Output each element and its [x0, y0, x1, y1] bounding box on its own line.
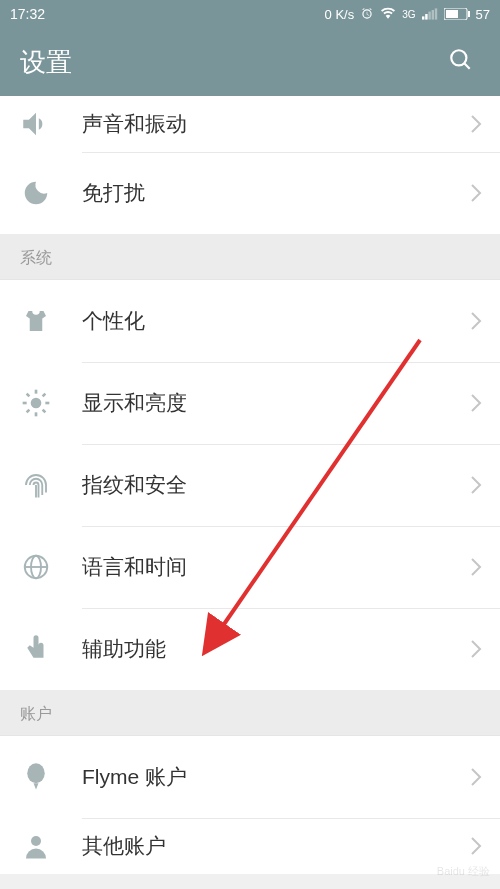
svg-rect-7: [468, 11, 470, 17]
item-sound[interactable]: 声音和振动: [0, 96, 500, 152]
status-network: 3G: [402, 9, 415, 20]
item-label: 语言和时间: [82, 553, 470, 581]
page-title: 设置: [20, 45, 442, 80]
chevron-right-icon: [470, 767, 482, 787]
svg-rect-6: [446, 10, 458, 18]
wifi-icon: [380, 7, 396, 21]
svg-point-22: [27, 763, 45, 783]
svg-point-8: [451, 50, 466, 65]
chevron-right-icon: [470, 557, 482, 577]
battery-icon: [444, 8, 470, 20]
status-battery: 57: [476, 7, 490, 22]
svg-rect-1: [425, 14, 427, 20]
chevron-right-icon: [470, 393, 482, 413]
item-label: 辅助功能: [82, 635, 470, 663]
status-time: 17:32: [10, 6, 325, 22]
item-personalize[interactable]: 个性化: [0, 280, 500, 362]
item-dnd[interactable]: 免打扰: [0, 152, 500, 234]
search-icon: [448, 47, 474, 73]
svg-line-15: [27, 394, 30, 397]
svg-line-16: [43, 410, 46, 413]
item-display[interactable]: 显示和亮度: [0, 362, 500, 444]
svg-point-23: [31, 836, 41, 846]
person-icon: [18, 828, 54, 864]
chevron-right-icon: [470, 639, 482, 659]
svg-line-18: [43, 394, 46, 397]
hand-icon: [18, 631, 54, 667]
chevron-right-icon: [470, 183, 482, 203]
chevron-right-icon: [470, 114, 482, 134]
globe-icon: [18, 549, 54, 585]
svg-line-17: [27, 410, 30, 413]
status-bar: 17:32 0 K/s 3G 57: [0, 0, 500, 28]
balloon-icon: [18, 759, 54, 795]
status-icons: 0 K/s 3G 57: [325, 7, 490, 22]
item-label: 指纹和安全: [82, 471, 470, 499]
svg-rect-4: [434, 8, 436, 19]
search-button[interactable]: [442, 41, 480, 83]
shirt-icon: [18, 303, 54, 339]
item-label: Flyme 账户: [82, 763, 470, 791]
moon-icon: [18, 175, 54, 211]
status-speed: 0 K/s: [325, 7, 355, 22]
settings-list: 声音和振动 免打扰 系统 个性化 显示和亮度 指纹和安全 语言和: [0, 96, 500, 874]
chevron-right-icon: [470, 836, 482, 856]
alarm-icon: [360, 7, 374, 21]
item-label: 其他账户: [82, 832, 470, 860]
brightness-icon: [18, 385, 54, 421]
item-fingerprint[interactable]: 指纹和安全: [0, 444, 500, 526]
fingerprint-icon: [18, 467, 54, 503]
header: 设置: [0, 28, 500, 96]
chevron-right-icon: [470, 311, 482, 331]
section-account: 账户: [0, 690, 500, 736]
item-accessibility[interactable]: 辅助功能: [0, 608, 500, 690]
item-label: 免打扰: [82, 179, 470, 207]
signal-icon: [422, 7, 438, 21]
item-language[interactable]: 语言和时间: [0, 526, 500, 608]
sound-icon: [18, 106, 54, 142]
svg-rect-2: [428, 12, 430, 20]
svg-line-9: [464, 63, 469, 68]
item-label: 声音和振动: [82, 110, 470, 138]
svg-rect-3: [431, 10, 433, 20]
chevron-right-icon: [470, 475, 482, 495]
section-system: 系统: [0, 234, 500, 280]
svg-rect-0: [422, 16, 424, 19]
svg-point-10: [31, 398, 42, 409]
item-label: 显示和亮度: [82, 389, 470, 417]
item-flyme[interactable]: Flyme 账户: [0, 736, 500, 818]
item-label: 个性化: [82, 307, 470, 335]
item-other-account[interactable]: 其他账户: [0, 818, 500, 874]
